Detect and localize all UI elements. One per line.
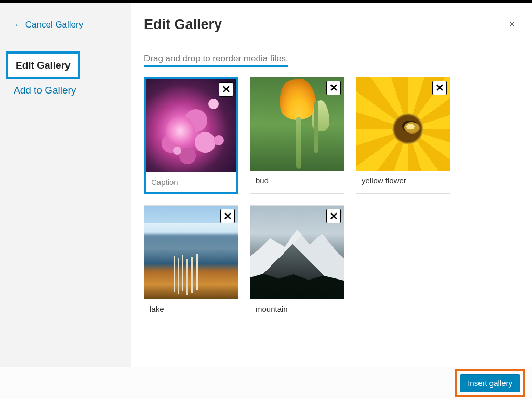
- caption-label[interactable]: lake: [144, 299, 238, 320]
- modal-body: ← Cancel Gallery Edit Gallery Add to Gal…: [0, 3, 532, 367]
- insert-gallery-button[interactable]: Insert gallery: [460, 374, 520, 392]
- cancel-gallery-link[interactable]: ← Cancel Gallery: [0, 20, 131, 39]
- thumbnail-image[interactable]: ✕: [250, 206, 344, 299]
- sidebar-item-add-to-gallery[interactable]: Add to Gallery: [14, 79, 76, 101]
- gallery-item[interactable]: ✕: [144, 77, 238, 194]
- instruction-row: Drag and drop to reorder media files.: [131, 44, 532, 72]
- main-panel: Edit Gallery × Drag and drop to reorder …: [131, 3, 532, 367]
- cancel-gallery-label: Cancel Gallery: [25, 20, 84, 30]
- gallery-item[interactable]: ✕ bud: [250, 77, 344, 194]
- remove-icon[interactable]: ✕: [326, 81, 341, 95]
- gallery-item[interactable]: ✕ lake: [144, 205, 238, 320]
- close-icon[interactable]: ×: [504, 16, 520, 33]
- insert-highlight: Insert gallery: [455, 369, 525, 397]
- caption-input[interactable]: [146, 172, 236, 192]
- gallery-item[interactable]: ✕ mountain: [250, 205, 344, 320]
- page-title: Edit Gallery: [144, 17, 504, 33]
- sidebar: ← Cancel Gallery Edit Gallery Add to Gal…: [0, 3, 131, 367]
- caption-label[interactable]: mountain: [250, 299, 344, 320]
- sidebar-item-edit-gallery[interactable]: Edit Gallery: [6, 51, 80, 79]
- reorder-instruction: Drag and drop to reorder media files.: [144, 54, 288, 66]
- main-header: Edit Gallery ×: [131, 3, 532, 44]
- gallery-item[interactable]: ✕ yellow flower: [356, 77, 450, 194]
- remove-icon[interactable]: ✕: [220, 209, 235, 223]
- remove-icon[interactable]: ✕: [219, 82, 233, 97]
- modal-footer: Insert gallery: [0, 367, 532, 399]
- remove-icon[interactable]: ✕: [326, 209, 341, 223]
- thumbnail-image[interactable]: ✕: [144, 206, 238, 299]
- caption-label[interactable]: yellow flower: [356, 171, 450, 191]
- sidebar-divider: [10, 42, 121, 42]
- thumbnail-image[interactable]: ✕: [146, 79, 236, 172]
- gallery-grid[interactable]: ✕ ✕ bud ✕ yellow flower: [131, 72, 532, 325]
- thumbnail-image[interactable]: ✕: [356, 77, 450, 171]
- caption-label[interactable]: bud: [250, 171, 344, 191]
- decoration: [312, 100, 329, 131]
- remove-icon[interactable]: ✕: [432, 81, 447, 95]
- arrow-left-icon: ←: [14, 20, 23, 30]
- thumbnail-image[interactable]: ✕: [250, 77, 344, 171]
